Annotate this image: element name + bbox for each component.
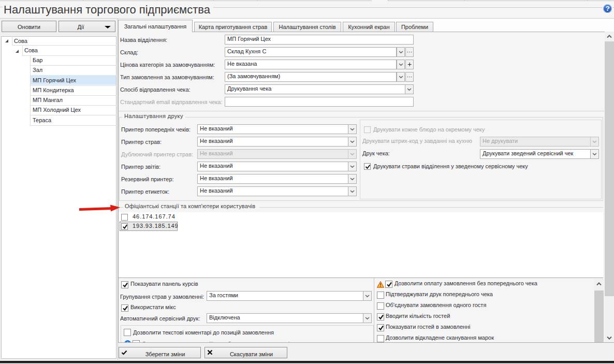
svg-text:?: ? — [605, 5, 609, 12]
